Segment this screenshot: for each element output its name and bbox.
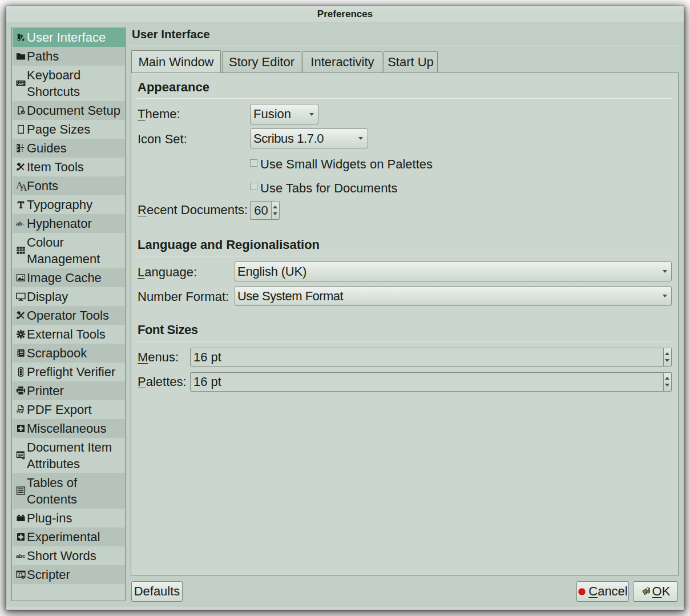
svg-text:ab-: ab- — [16, 220, 25, 227]
svg-text:abc: abc — [16, 553, 25, 559]
svg-text:PDF: PDF — [17, 410, 24, 414]
svg-text:A: A — [21, 182, 27, 192]
